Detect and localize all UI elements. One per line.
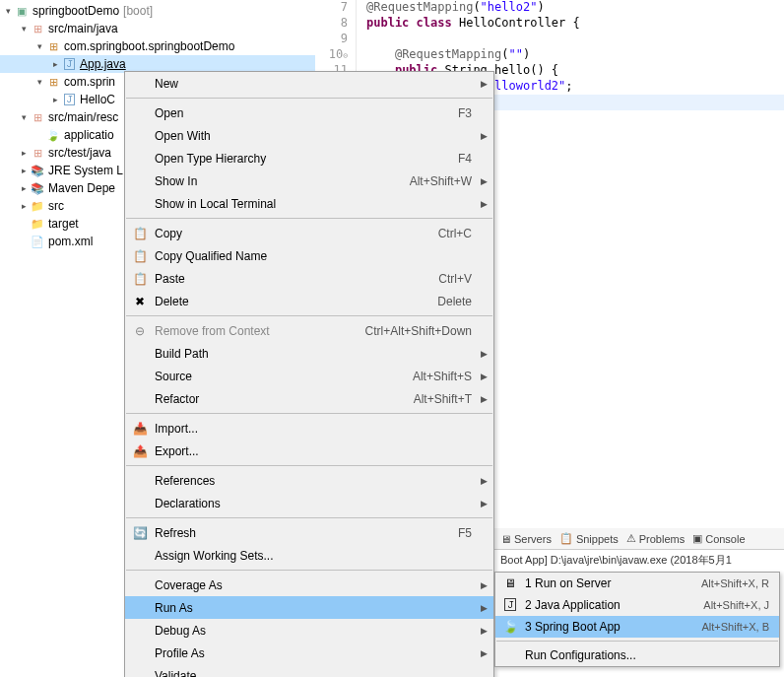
menu-item-paste[interactable]: 📋PasteCtrl+V (125, 267, 493, 290)
spacer (18, 236, 30, 247)
problems-icon: ⚠ (626, 532, 636, 545)
menu-label: Export... (151, 444, 476, 458)
menu-item-references[interactable]: References▶ (125, 469, 493, 492)
expand-icon[interactable]: ▸ (18, 200, 30, 212)
menu-accelerator: F4 (458, 152, 476, 166)
menu-item-validate[interactable]: Validate (125, 664, 493, 677)
menu-item-profile-as[interactable]: Profile As▶ (125, 642, 493, 664)
tree-label: com.springboot.springbootDemo (64, 39, 234, 53)
expand-icon[interactable]: ▸ (49, 94, 61, 105)
source-folder-icon: ⊞ (30, 145, 45, 161)
menu-separator (126, 465, 492, 466)
menu-item-open-with[interactable]: Open With▶ (125, 124, 493, 147)
menu-accelerator: F3 (458, 106, 476, 120)
project-tag: [boot] (123, 4, 153, 18)
menu-accelerator: Alt+Shift+T (414, 392, 476, 406)
tree-label: target (48, 217, 79, 231)
expand-icon[interactable]: ▾ (2, 5, 14, 17)
folder-icon: 📁 (30, 216, 45, 232)
submenu-arrow-icon: ▶ (476, 476, 488, 486)
tab-servers[interactable]: 🖥Servers (500, 533, 552, 545)
tab-problems[interactable]: ⚠Problems (626, 532, 685, 545)
menu-item-open[interactable]: OpenF3 (125, 102, 493, 124)
expand-icon[interactable]: ▾ (18, 111, 30, 123)
submenu-label: 2 Java Application (521, 598, 703, 612)
tab-snippets[interactable]: 📋Snippets (559, 532, 619, 545)
menu-item-debug-as[interactable]: Debug As▶ (125, 619, 493, 642)
submenu-label: 3 Spring Boot App (521, 620, 702, 634)
tree-label: App.java (80, 57, 126, 71)
tab-console[interactable]: ▣Console (692, 532, 745, 545)
source-folder-icon: ⊞ (30, 109, 45, 125)
menu-item-coverage-as[interactable]: Coverage As▶ (125, 574, 493, 596)
menu-accelerator: Alt+Shift+S (413, 370, 476, 383)
menu-label: Open With (151, 129, 476, 143)
menu-label: Assign Working Sets... (151, 549, 476, 563)
menu-item-copy-qualified-name[interactable]: 📋Copy Qualified Name (125, 244, 493, 267)
submenu-label: 1 Run on Server (521, 576, 701, 590)
package-icon: ⊞ (45, 74, 61, 90)
remove-icon: ⊖ (129, 324, 151, 338)
tree-label: HelloC (80, 93, 115, 106)
menu-item-show-in-local-terminal[interactable]: Show in Local Terminal▶ (125, 192, 493, 215)
project-icon: ▣ (14, 3, 30, 19)
menu-item-declarations[interactable]: Declarations▶ (125, 492, 493, 514)
tree-project[interactable]: ▾ ▣ springbootDemo [boot] (0, 2, 315, 20)
expand-icon[interactable]: ▸ (49, 58, 61, 70)
submenu-accelerator: Alt+Shift+X, R (701, 577, 773, 589)
submenu-item--java-application[interactable]: 🄹2 Java ApplicationAlt+Shift+X, J (495, 594, 779, 616)
menu-label: Run As (151, 601, 476, 615)
expand-icon[interactable]: ▸ (18, 165, 30, 176)
import-icon: 📥 (129, 422, 151, 436)
spacer (33, 129, 45, 141)
menu-label: Import... (151, 422, 476, 436)
submenu-arrow-icon: ▶ (476, 603, 488, 613)
spacer (18, 218, 30, 230)
tree-label: applicatio (64, 128, 114, 142)
menu-item-build-path[interactable]: Build Path▶ (125, 342, 493, 365)
submenu-item--run-on-server[interactable]: 🖥1 Run on ServerAlt+Shift+X, R (495, 573, 779, 594)
line-number: 10⊝ (315, 47, 357, 63)
menu-accelerator: Delete (437, 295, 476, 308)
submenu-item-run-configurations-[interactable]: Run Configurations... (495, 644, 779, 666)
menu-item-refactor[interactable]: RefactorAlt+Shift+T▶ (125, 387, 493, 410)
menu-item-assign-working-sets-[interactable]: Assign Working Sets... (125, 544, 493, 567)
submenu-accelerator: Alt+Shift+X, J (703, 599, 773, 611)
menu-item-show-in[interactable]: Show InAlt+Shift+W▶ (125, 169, 493, 192)
menu-label: References (151, 474, 476, 488)
tree-src-main-java[interactable]: ▾ ⊞ src/main/java (0, 20, 315, 37)
console-icon: ▣ (692, 532, 702, 545)
menu-item-run-as[interactable]: Run As▶ (125, 596, 493, 619)
menu-accelerator: Ctrl+Alt+Shift+Down (365, 324, 476, 338)
copy-icon: 📋 (129, 249, 151, 263)
menu-item-delete[interactable]: ✖DeleteDelete (125, 290, 493, 312)
xml-file-icon: 📄 (30, 234, 45, 249)
menu-accelerator: Ctrl+C (438, 227, 476, 240)
library-icon: 📚 (30, 163, 45, 178)
submenu-arrow-icon: ▶ (476, 131, 488, 141)
project-label: springbootDemo (33, 4, 119, 18)
menu-item-copy[interactable]: 📋CopyCtrl+C (125, 222, 493, 244)
expand-icon[interactable]: ▾ (18, 23, 30, 34)
library-icon: 📚 (30, 180, 45, 196)
java-icon: 🄹 (499, 598, 521, 612)
menu-item-import-[interactable]: 📥Import... (125, 417, 493, 440)
expand-icon[interactable]: ▾ (33, 40, 45, 52)
menu-label: Build Path (151, 347, 476, 361)
menu-item-open-type-hierarchy[interactable]: Open Type HierarchyF4 (125, 147, 493, 169)
menu-label: Open (151, 106, 458, 120)
expand-icon[interactable]: ▾ (33, 76, 45, 88)
expand-icon[interactable]: ▸ (18, 147, 30, 159)
line-number: 7 (315, 0, 357, 16)
tree-package[interactable]: ▾ ⊞ com.springboot.springbootDemo (0, 37, 315, 55)
menu-label: Refresh (151, 526, 458, 540)
expand-icon[interactable]: ▸ (18, 182, 30, 194)
menu-item-new[interactable]: New▶ (125, 72, 493, 95)
submenu-item--spring-boot-app[interactable]: 🍃3 Spring Boot AppAlt+Shift+X, B (495, 616, 779, 638)
menu-item-source[interactable]: SourceAlt+Shift+S▶ (125, 365, 493, 387)
menu-item-export-[interactable]: 📤Export... (125, 440, 493, 462)
menu-item-refresh[interactable]: 🔄RefreshF5 (125, 521, 493, 544)
menu-label: Profile As (151, 646, 476, 660)
menu-item-remove-from-context: ⊖Remove from ContextCtrl+Alt+Shift+Down (125, 319, 493, 342)
submenu-arrow-icon: ▶ (476, 79, 488, 89)
